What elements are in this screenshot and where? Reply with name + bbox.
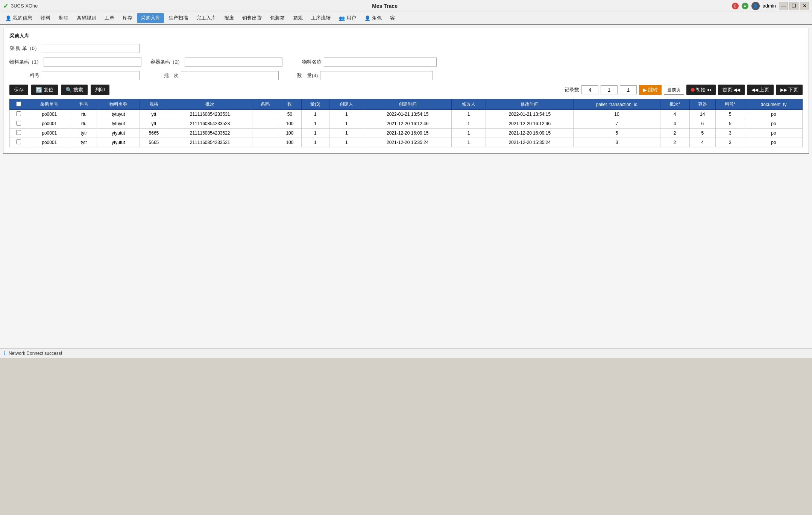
first-page-label: 首页 xyxy=(722,86,732,93)
col-spec: 规格 xyxy=(140,99,168,110)
notification-badge[interactable]: 0 xyxy=(732,3,739,9)
save-button[interactable]: 保存 xyxy=(9,85,28,95)
window-minimize-button[interactable]: — xyxy=(779,2,788,10)
cell-barcode xyxy=(252,110,278,119)
select-all-checkbox[interactable] xyxy=(16,101,21,106)
menu-item-user[interactable]: 👥 用户 xyxy=(335,13,360,23)
quantity-input[interactable] xyxy=(320,71,433,80)
cell-batch-star: 4 xyxy=(660,110,689,119)
menu-item-material[interactable]: 物料 xyxy=(37,13,54,23)
row-checkbox-1[interactable] xyxy=(16,121,21,126)
cell-check[interactable] xyxy=(10,138,28,147)
row-checkbox-3[interactable] xyxy=(16,139,21,144)
section-title: 采购入库 xyxy=(9,33,803,39)
container-barcode-input[interactable] xyxy=(185,58,282,67)
cell-qty: 50 xyxy=(278,110,302,119)
cell-barcode xyxy=(252,119,278,129)
menu-item-sales-out[interactable]: 销售出货 xyxy=(238,13,266,23)
row-checkbox-0[interactable] xyxy=(16,111,21,116)
container-barcode-label: 容器条码（2） xyxy=(150,59,182,65)
menu-item-material-label: 物料 xyxy=(41,15,50,21)
menu-item-sales-out-label: 销售出货 xyxy=(242,15,262,21)
next-page-button[interactable]: ▶▶ 下页 xyxy=(776,85,803,95)
window-controls: — ❐ ✕ xyxy=(779,2,809,10)
col-item-no: 料号 xyxy=(71,99,97,110)
cell-pallet-transaction-id: 3 xyxy=(574,138,660,147)
menu-item-workorder[interactable]: 工单 xyxy=(101,13,118,23)
form-row-po: 采 购 单（0） xyxy=(9,44,803,53)
cell-check[interactable] xyxy=(10,129,28,138)
start-button[interactable]: 初始 ⏮ xyxy=(686,85,716,95)
menu-item-more[interactable]: 容 xyxy=(386,13,399,23)
material-barcode-label: 物料条码（1） xyxy=(9,59,41,65)
cell-spec: 5665 xyxy=(140,129,168,138)
cell-barcode xyxy=(252,138,278,147)
reset-label: 复位 xyxy=(44,86,53,93)
menu-item-user-label: 用户 xyxy=(346,15,356,21)
print-button[interactable]: 列印 xyxy=(91,85,109,95)
cell-check[interactable] xyxy=(10,110,28,119)
menu-item-process[interactable]: 制程 xyxy=(55,13,72,23)
menu-item-box-rules-label: 箱规 xyxy=(293,15,303,21)
jump-button[interactable]: ▶ 跳转 xyxy=(639,85,662,95)
menu-item-process-flow-label: 工序流转 xyxy=(311,15,331,21)
table-header-row: 采购单号 料号 物料名称 规格 批次 条码 数 量(3) 创建人 创建时间 修改… xyxy=(10,99,803,110)
menu-item-box-rules[interactable]: 箱规 xyxy=(289,13,307,23)
cell-container: 5 xyxy=(689,129,715,138)
menu-item-barcode-rules[interactable]: 条码规则 xyxy=(73,13,100,23)
cell-modifier: 1 xyxy=(451,119,486,129)
cell-batch-star: 2 xyxy=(660,129,689,138)
page-total-input[interactable] xyxy=(620,85,637,94)
menu-item-purchase-in[interactable]: 采购入库 xyxy=(137,13,164,23)
cell-document-type: po xyxy=(745,129,802,138)
po-input[interactable] xyxy=(42,44,140,53)
col-material-name: 物料名称 xyxy=(97,99,140,110)
menu-item-workorder-label: 工单 xyxy=(105,15,114,21)
batch-input[interactable] xyxy=(181,71,279,80)
user-icon: 👥 xyxy=(339,15,345,21)
cell-create-time: 2022-01-21 13:54:15 xyxy=(364,110,451,119)
menu-item-package-box[interactable]: 包装箱 xyxy=(266,13,288,23)
window-restore-button[interactable]: ❐ xyxy=(789,2,798,10)
reset-button[interactable]: 🔄 复位 xyxy=(31,85,58,95)
menu-item-defect[interactable]: 报废 xyxy=(220,13,238,23)
menu-item-finish-in[interactable]: 完工入库 xyxy=(193,13,220,23)
cell-modifier: 1 xyxy=(451,138,486,147)
menu-item-process-flow[interactable]: 工序流转 xyxy=(307,13,334,23)
prev-page-button[interactable]: ◀◀ 上页 xyxy=(747,85,774,95)
material-name-input[interactable] xyxy=(324,58,437,67)
first-page-button[interactable]: 首页 ◀◀ xyxy=(718,85,745,95)
menu-item-production-scan[interactable]: 生产扫描 xyxy=(165,13,192,23)
col-barcode: 条码 xyxy=(252,99,278,110)
cell-po-no: po0001 xyxy=(28,138,71,147)
search-button[interactable]: 🔍 搜索 xyxy=(61,85,88,95)
cell-batch: 2111160854233522 xyxy=(168,129,252,138)
item-no-input[interactable] xyxy=(42,71,140,80)
record-count-input[interactable] xyxy=(581,85,598,94)
current-page-button[interactable]: 当前页 xyxy=(664,85,684,95)
menu-item-myinfo[interactable]: 👤 我的信息 xyxy=(2,13,36,23)
record-count-label: 记录数 xyxy=(549,86,579,93)
cell-check[interactable] xyxy=(10,119,28,129)
material-barcode-input[interactable] xyxy=(44,58,141,67)
col-pallet-transaction-id: pallet_transaction_id xyxy=(574,99,660,110)
cell-material-name: tytuyut xyxy=(97,119,140,129)
cell-pallet-transaction-id: 7 xyxy=(574,119,660,129)
cell-create-time: 2021-12-20 15:35:24 xyxy=(364,138,451,147)
menu-item-role[interactable]: 👤 角色 xyxy=(361,13,386,23)
search-icon: 🔍 xyxy=(65,87,72,93)
material-barcode-field: 物料条码（1） xyxy=(9,58,141,67)
cell-item-no: tytr xyxy=(71,129,97,138)
app-logo: ✓ xyxy=(3,2,9,10)
row-checkbox-2[interactable] xyxy=(16,130,21,135)
menu-item-inventory[interactable]: 库存 xyxy=(119,13,136,23)
col-modifier: 修改人 xyxy=(451,99,486,110)
page-current-input[interactable] xyxy=(601,85,618,94)
menu-item-package-box-label: 包装箱 xyxy=(270,15,285,21)
cell-spec: 5665 xyxy=(140,138,168,147)
col-qty3: 量(3) xyxy=(301,99,329,110)
status-icon: ℹ xyxy=(4,350,6,356)
window-close-button[interactable]: ✕ xyxy=(800,2,809,10)
menu-item-production-scan-label: 生产扫描 xyxy=(168,15,188,21)
table-row: po0001 tytr ytyutut 5665 211116085423352… xyxy=(10,138,803,147)
